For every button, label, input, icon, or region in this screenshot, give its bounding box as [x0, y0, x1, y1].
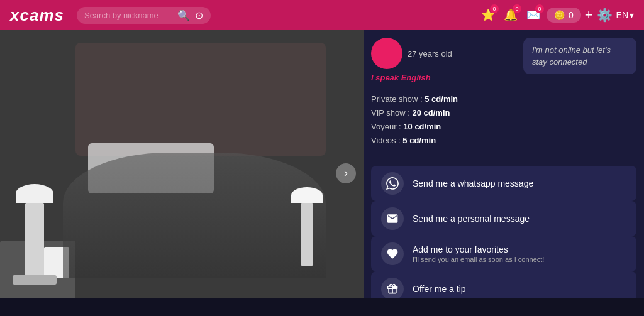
cam-image: [0, 30, 364, 316]
notifications-badge: 0: [513, 4, 521, 13]
filter-icon[interactable]: ⊙: [195, 9, 203, 21]
favorites-badge: 0: [490, 4, 499, 13]
mail-badge: 0: [535, 4, 544, 13]
notifications-button[interactable]: 🔔 0: [501, 6, 520, 25]
next-image-button[interactable]: ›: [336, 163, 356, 183]
search-bar[interactable]: 🔍 ⊙: [77, 7, 211, 24]
heart-icon: [381, 242, 404, 265]
language-button[interactable]: EN ▾: [616, 10, 634, 20]
favorites-content: Add me to your favorites I'll send you a…: [413, 244, 544, 263]
tip-label: Offer me a tip: [413, 284, 466, 294]
price-row: Videos : 5 cd/min: [371, 134, 636, 148]
profile-section: 27 years old I speak English I'm not onl…: [371, 38, 636, 82]
lamp-left: [25, 203, 44, 278]
avatar: [371, 38, 402, 69]
settings-button[interactable]: ⚙️: [597, 8, 613, 23]
header-icons: ⭐ 0 🔔 0 ✉️ 0 🪙 0 + ⚙️ EN ▾: [479, 6, 634, 25]
search-icon[interactable]: 🔍: [177, 9, 190, 21]
status-bubble-text: I'm not online but let's stay connected: [532, 45, 611, 67]
personal-message-label: Send me a personal message: [413, 214, 530, 224]
personal-message-content: Send me a personal message: [413, 214, 530, 224]
mail-button[interactable]: ✉️ 0: [524, 6, 543, 25]
price-row: Voyeur : 10 cd/min: [371, 120, 636, 134]
tokens-count: 0: [569, 10, 574, 20]
lamp-right: [301, 203, 313, 266]
logo: xcams: [10, 6, 64, 25]
search-input[interactable]: [84, 11, 172, 20]
lang-label: EN: [616, 10, 628, 20]
favorites-label: Add me to your favorites: [413, 244, 544, 254]
personal-message-button[interactable]: Send me a personal message: [371, 201, 636, 236]
actions-container: Send me a whatsapp message Send me a per…: [371, 166, 636, 307]
profile-age: 27 years old: [408, 49, 452, 58]
tokens-icon: 🪙: [554, 10, 565, 20]
price-row: VIP show : 20 cd/min: [371, 106, 636, 120]
favorites-button[interactable]: Add me to your favorites I'll send you a…: [371, 236, 636, 271]
figure: [63, 153, 326, 278]
gift-icon: [381, 278, 404, 300]
profile-name-row: 27 years old: [371, 38, 516, 69]
header: xcams 🔍 ⊙ ⭐ 0 🔔 0 ✉️ 0 🪙 0 + ⚙️: [0, 0, 644, 30]
whatsapp-content: Send me a whatsapp message: [413, 178, 533, 188]
tip-content: Offer me a tip: [413, 284, 466, 294]
bottom-strip: [0, 298, 644, 316]
main-content: › 27 years old I speak English I'm not o…: [0, 30, 644, 316]
image-panel: ›: [0, 30, 364, 316]
status-bubble: I'm not online but let's stay connected: [523, 38, 636, 74]
price-row: Private show : 5 cd/min: [371, 92, 636, 106]
divider: [371, 158, 636, 158]
add-button[interactable]: +: [585, 7, 593, 23]
email-icon: [381, 207, 404, 230]
favorites-sublabel: I'll send you an email as soon as I conn…: [413, 256, 544, 263]
tokens-button[interactable]: 🪙 0: [547, 8, 581, 23]
whatsapp-label: Send me a whatsapp message: [413, 178, 533, 188]
whatsapp-button[interactable]: Send me a whatsapp message: [371, 166, 636, 201]
right-panel: 27 years old I speak English I'm not onl…: [364, 30, 644, 316]
chevron-down-icon: ▾: [630, 10, 634, 20]
favorites-button[interactable]: ⭐ 0: [479, 6, 497, 25]
profile-speaks: I speak English: [371, 73, 516, 82]
whatsapp-icon: [381, 172, 404, 195]
headboard: [75, 43, 326, 156]
pricing-section: Private show : 5 cd/minVIP show : 20 cd/…: [371, 90, 636, 150]
profile-info: 27 years old I speak English: [371, 38, 516, 82]
